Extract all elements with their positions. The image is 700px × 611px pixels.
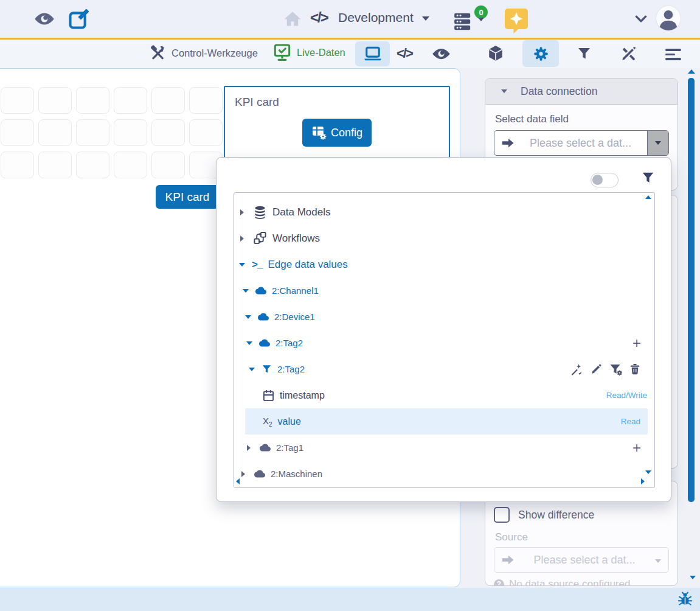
combobox-dropdown-button[interactable]: [647, 131, 668, 155]
tree-item-workflows[interactable]: Workflows: [234, 225, 654, 251]
caret-expanded-icon[interactable]: [249, 368, 256, 371]
app-window: </> Development 0 Control-Werkzeuge: [0, 0, 700, 611]
tree-item-value-selected[interactable]: X2 value Read: [245, 408, 648, 435]
tree-item-tag2[interactable]: 2:Tag2 +: [234, 330, 654, 356]
edit-pencil-icon[interactable]: [591, 364, 601, 375]
placeholder-cell[interactable]: [1, 119, 34, 146]
caret-expanded-icon[interactable]: [246, 341, 254, 345]
home-icon[interactable]: [283, 11, 302, 27]
terminal-icon: >_: [252, 259, 262, 271]
tree-item-data-models[interactable]: Data Models: [234, 199, 654, 225]
placeholder-cell[interactable]: [151, 119, 185, 146]
caret-expanded-icon[interactable]: [243, 289, 250, 293]
caret-collapsed-icon[interactable]: [240, 236, 248, 242]
placeholder-cell[interactable]: [151, 152, 185, 178]
access-badge: Read: [621, 417, 640, 426]
auto-magic-wand-icon[interactable]: [570, 363, 583, 375]
caret-expanded-icon[interactable]: [245, 315, 252, 319]
code-mode-icon: </>: [310, 9, 328, 26]
caret-collapsed-icon[interactable]: [240, 209, 248, 215]
settings-gear-button-active[interactable]: [522, 40, 559, 67]
user-avatar[interactable]: [656, 5, 681, 31]
dropdown-caret-icon: [655, 554, 661, 565]
page-scrollbar-thumb[interactable]: [688, 78, 695, 502]
filter-icon[interactable]: [577, 46, 592, 61]
placeholder-cell[interactable]: [38, 152, 72, 178]
add-filter-plus-button[interactable]: +: [632, 441, 641, 455]
data-field-placeholder: Please select a dat...: [514, 137, 647, 150]
drag-label-text: KPI card: [165, 190, 210, 204]
preview-view-icon[interactable]: [432, 47, 451, 61]
tree-item-tag2-filter[interactable]: 2:Tag2: [234, 356, 654, 382]
placeholder-cell[interactable]: [151, 87, 185, 114]
dropdown-caret-icon: [655, 141, 661, 145]
add-filter-plus-button[interactable]: +: [632, 336, 641, 351]
design-tools-icon[interactable]: [620, 46, 637, 62]
live-data-button[interactable]: Live-Daten: [274, 44, 345, 61]
data-connection-header[interactable]: Data connection: [485, 79, 677, 105]
control-tools-button[interactable]: Control-Werkzeuge: [150, 45, 258, 61]
debug-bug-icon[interactable]: [677, 591, 693, 607]
tree-item-timestamp[interactable]: timestamp Read/Write: [234, 382, 654, 408]
caret-expanded-icon[interactable]: [239, 263, 246, 267]
placeholder-cell[interactable]: [189, 87, 223, 114]
control-tools-label: Control-Werkzeuge: [172, 47, 258, 59]
no-source-info-row: ? No data source configured: [494, 578, 669, 586]
edit-compose-icon[interactable]: [68, 8, 90, 30]
tree-item-label: 2:Maschinen: [271, 469, 322, 479]
server-dropdown-caret[interactable]: [478, 18, 484, 21]
number-x2-icon: X2: [263, 416, 272, 428]
code-view-icon[interactable]: </>: [397, 46, 412, 61]
page-scroll-up-arrow[interactable]: [688, 69, 695, 74]
config-button[interactable]: Config: [302, 119, 372, 147]
environment-dropdown-caret[interactable]: [422, 16, 429, 21]
placeholder-cell[interactable]: [38, 87, 72, 114]
placeholder-cell[interactable]: [76, 152, 109, 178]
placeholder-cell[interactable]: [114, 119, 147, 146]
gear-icon: [533, 46, 549, 62]
placeholder-cell[interactable]: [76, 87, 109, 114]
tree-item-device1[interactable]: 2:Device1: [234, 304, 654, 330]
placeholder-cell[interactable]: [38, 119, 72, 146]
placeholder-cell[interactable]: [1, 87, 34, 114]
tree-item-tag1[interactable]: 2:Tag1 +: [234, 435, 654, 461]
kpi-card-title: KPI card: [235, 96, 279, 109]
caret-collapsed-icon[interactable]: [247, 445, 254, 451]
editor-toolbar: Control-Werkzeuge Live-Daten </>: [0, 40, 700, 68]
server-stack-icon[interactable]: [453, 12, 474, 31]
workflow-icon: [253, 231, 267, 245]
caret-collapsed-icon[interactable]: [241, 471, 249, 477]
tree-item-label: 2:Tag1: [276, 442, 303, 453]
collapse-chevron-icon[interactable]: [635, 15, 647, 23]
section-collapse-caret[interactable]: [501, 89, 507, 93]
placeholder-cell[interactable]: [76, 119, 109, 146]
data-field-combobox[interactable]: Please select a dat...: [494, 130, 669, 156]
filter-toggle-switch[interactable]: [591, 173, 619, 187]
placeholder-cell[interactable]: [189, 119, 223, 146]
screen-view-button-active[interactable]: [355, 41, 390, 66]
components-cube-icon[interactable]: [488, 45, 504, 62]
laptop-icon: [364, 46, 382, 61]
source-combobox-disabled[interactable]: Please select a dat...: [494, 547, 669, 573]
tree-scroll-left-arrow[interactable]: [236, 478, 240, 484]
popup-filter-icon[interactable]: [641, 171, 655, 184]
tree-item-edge-data-values[interactable]: >_ Edge data values: [234, 251, 654, 278]
preview-eye-icon[interactable]: [34, 11, 55, 27]
placeholder-cell[interactable]: [1, 152, 34, 178]
filter-settings-icon[interactable]: [609, 363, 622, 375]
page-scroll-down-arrow[interactable]: [690, 576, 696, 579]
environment-label[interactable]: Development: [338, 10, 414, 25]
delete-trash-icon[interactable]: [630, 363, 640, 375]
show-difference-checkbox[interactable]: [494, 507, 510, 523]
tree-item-channel1[interactable]: 2:Channel1: [234, 278, 654, 304]
tree-scroll-down-arrow[interactable]: [645, 470, 651, 474]
table-gear-icon: [311, 125, 327, 140]
tree-scroll-up-arrow[interactable]: [645, 195, 651, 199]
notification-sparkle-bubble-icon[interactable]: [504, 7, 528, 34]
placeholder-cell[interactable]: [114, 152, 147, 178]
menu-hamburger-icon[interactable]: [665, 49, 681, 60]
tree-item-maschinen[interactable]: 2:Maschinen: [234, 461, 654, 487]
placeholder-cell[interactable]: [114, 87, 147, 114]
tree-scroll-right-arrow[interactable]: [641, 478, 645, 484]
cloud-icon: [255, 287, 266, 295]
